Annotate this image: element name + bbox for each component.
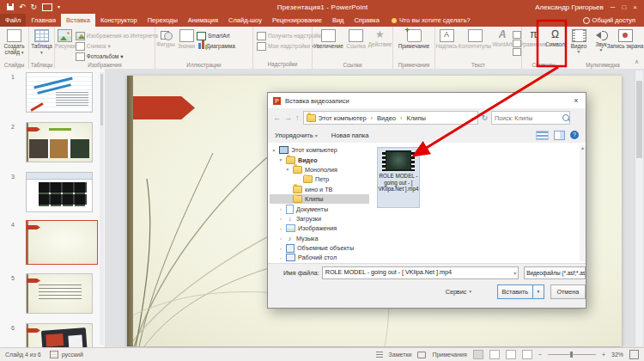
tree-item-videos[interactable]: ▾ Видео — [270, 155, 369, 164]
insert-dropdown-icon[interactable]: ▾ — [533, 285, 544, 299]
redo-icon[interactable]: ↻ — [31, 3, 38, 11]
language-label[interactable]: русский — [62, 352, 83, 358]
insert-button[interactable]: Вставить — [497, 285, 533, 299]
breadcrumb-videos[interactable]: Видео — [377, 114, 396, 122]
tab-file[interactable]: Файл — [0, 14, 26, 27]
filename-input[interactable] — [323, 267, 508, 277]
filename-dropdown-icon[interactable]: ▾ — [513, 270, 516, 276]
chart-button[interactable]: Диаграмма — [197, 41, 235, 51]
start-slideshow-icon[interactable] — [42, 3, 52, 11]
collapse-ribbon-icon[interactable]: ∧ — [635, 58, 639, 65]
tab-insert[interactable]: Вставка — [61, 14, 95, 27]
tree-item-3d-objects[interactable]: › Объемные объекты — [270, 243, 369, 253]
zoom-slider[interactable] — [548, 354, 596, 355]
pictures-button[interactable]: Рисунки — [55, 28, 76, 62]
user-name[interactable]: Александр Григорьев — [535, 3, 604, 11]
breadcrumb-clips[interactable]: Клипы — [407, 114, 426, 122]
tree-item-petr[interactable]: Петр — [270, 174, 369, 184]
tree-item-music[interactable]: ›♪ Музыка — [270, 234, 369, 243]
wordart-button[interactable]: A WordArt — [492, 28, 513, 62]
up-icon[interactable]: ↑ — [295, 113, 300, 122]
comment-button[interactable]: Примечание — [395, 28, 433, 62]
tell-me-box[interactable]: Что вы хотите сделать? — [385, 14, 477, 27]
undo-icon[interactable]: ↶ — [19, 3, 26, 11]
icons-button[interactable]: Значки — [176, 28, 197, 62]
slide-sorter-view-icon[interactable] — [489, 350, 500, 359]
zoom-link-button[interactable]: Увеличение — [313, 28, 344, 62]
share-button[interactable]: Общий доступ — [583, 14, 644, 27]
online-pictures-button[interactable]: Изображения из Интернета — [76, 31, 158, 40]
textbox-button[interactable]: A Надпись — [435, 28, 458, 62]
tree-item-downloads[interactable]: ›↓ Загрузки — [270, 214, 369, 223]
zoom-level[interactable]: 32% — [611, 352, 623, 358]
tab-transitions[interactable]: Переходы — [143, 14, 183, 27]
symbol-button[interactable]: Ω Символ — [547, 28, 564, 62]
notes-toggle[interactable]: Заметки — [389, 352, 412, 358]
smartart-button[interactable]: SmartArt — [197, 31, 235, 40]
tab-home[interactable]: Главная — [26, 14, 61, 27]
spellcheck-icon[interactable] — [50, 351, 58, 358]
refresh-icon[interactable]: ↻ — [478, 113, 492, 122]
tab-review[interactable]: Рецензирование — [267, 14, 327, 27]
organize-button[interactable]: Упорядочить ▾ — [268, 132, 325, 139]
tree-scrollbar[interactable]: ▲ — [580, 145, 586, 261]
tab-view[interactable]: Вид — [327, 14, 349, 27]
normal-view-icon[interactable] — [473, 350, 483, 359]
comments-toggle[interactable]: Примечания — [432, 352, 466, 358]
zoom-out-icon[interactable]: − — [538, 352, 542, 358]
tab-help[interactable]: Справка — [349, 14, 384, 27]
slide-thumbnail-3[interactable] — [26, 172, 93, 212]
header-footer-button[interactable]: Колонтитулы — [458, 28, 492, 62]
table-button[interactable]: Таблица▾ — [31, 28, 52, 62]
address-dropdown-icon[interactable]: ▾ — [471, 115, 474, 121]
maximize-button[interactable]: □ — [622, 3, 626, 11]
slide-thumbnail-5[interactable] — [26, 273, 93, 314]
back-icon[interactable]: ← — [273, 113, 281, 122]
shapes-button[interactable]: Фигуры — [155, 28, 176, 62]
filename-combo[interactable]: ▾ — [322, 266, 519, 279]
panel-scrollbar[interactable] — [100, 72, 104, 345]
object-icon[interactable] — [513, 48, 521, 56]
tab-slideshow[interactable]: Слайд-шоу — [223, 14, 267, 27]
photo-album-button[interactable]: Фотоальбом▾ — [76, 52, 158, 61]
slide-thumbnail-2[interactable] — [26, 122, 93, 162]
date-time-icon[interactable] — [513, 31, 521, 39]
fit-to-window-icon[interactable] — [629, 350, 639, 359]
slide-thumbnail-1[interactable] — [26, 72, 93, 113]
cancel-button[interactable]: Отмена — [550, 285, 586, 299]
breadcrumb-this-pc[interactable]: Этот компьютер — [319, 114, 367, 122]
canvas-scrollbar[interactable] — [635, 70, 643, 346]
new-folder-button[interactable]: Новая папка — [325, 132, 376, 139]
slideshow-view-icon[interactable] — [522, 350, 532, 359]
tree-item-movies-tv[interactable]: кино и ТВ — [270, 185, 369, 194]
forward-icon[interactable]: → — [284, 113, 292, 122]
equation-button[interactable]: π Уравнение — [524, 28, 544, 62]
minimize-button[interactable]: ─ — [611, 3, 616, 11]
search-input[interactable] — [492, 115, 562, 121]
screenshot-button[interactable]: Снимок▾ — [76, 41, 158, 51]
search-box[interactable] — [491, 111, 570, 125]
zoom-in-icon[interactable]: + — [602, 352, 605, 358]
reading-view-icon[interactable] — [506, 350, 516, 359]
filetype-filter-combo[interactable]: Видеофайлы (*.asf;*.asx;*.wpl;* ▾ — [524, 266, 586, 279]
address-bar[interactable]: Этот компьютер › Видео › Клипы ▾ — [303, 111, 478, 125]
preview-pane-icon[interactable] — [554, 131, 565, 140]
close-button[interactable]: × — [633, 3, 637, 11]
customize-qat-icon[interactable]: ▾ — [58, 3, 60, 11]
tree-item-pictures[interactable]: › Изображения — [270, 223, 369, 233]
tree-item-desktop[interactable]: › Рабочий стол — [270, 253, 369, 261]
tools-button[interactable]: Сервис▾ — [444, 285, 473, 299]
slide-thumbnail-4-selected[interactable] — [26, 220, 98, 265]
dialog-close-icon[interactable]: × — [567, 96, 586, 105]
tab-animations[interactable]: Анимация — [183, 14, 223, 27]
link-button[interactable]: Ссылка — [346, 28, 367, 62]
tree-item-this-pc[interactable]: ▾ Этот компьютер — [270, 145, 369, 155]
video-file-item-selected[interactable]: ROLE MODEL - going out - [ VKlipa.Net ].… — [377, 147, 420, 208]
help-icon[interactable]: ? — [570, 131, 579, 139]
screen-recording-button[interactable]: Запись экрана — [612, 28, 638, 62]
view-mode-icon[interactable] — [536, 131, 549, 140]
action-button[interactable]: ★ Действие — [368, 28, 392, 62]
save-icon[interactable] — [7, 3, 14, 10]
tab-design[interactable]: Конструктор — [95, 14, 143, 27]
new-slide-button[interactable]: Создатьслайд ▾ — [4, 28, 25, 62]
